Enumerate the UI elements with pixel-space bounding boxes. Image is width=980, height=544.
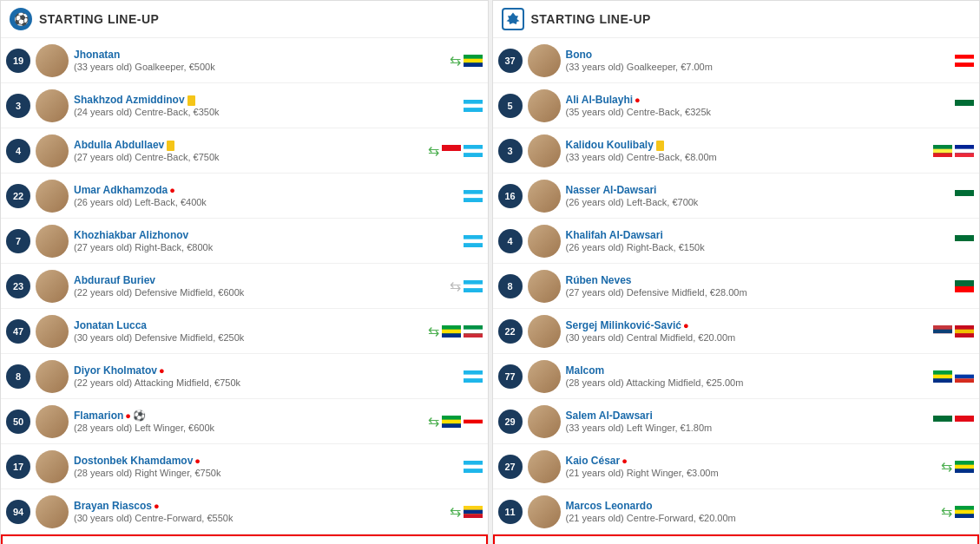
red-marker-icon: ● [154, 501, 160, 511]
svg-rect-13 [464, 198, 483, 202]
player-icons: ⇆ [428, 413, 483, 429]
svg-rect-73 [955, 422, 974, 428]
player-info: Malcom(28 years old) Attacking Midfield,… [566, 364, 934, 388]
player-row: 29Salem Al-Dawsari(33 years old) Left Wi… [493, 399, 980, 444]
svg-rect-12 [464, 193, 483, 198]
player-name[interactable]: Malcom [566, 364, 605, 377]
player-info: Khozhiakbar Alizhonov(27 years old) Righ… [74, 229, 464, 252]
player-name[interactable]: Abdulla Abdullaev [74, 139, 174, 151]
player-icons [933, 325, 974, 338]
player-avatar [528, 405, 561, 438]
player-number: 11 [498, 500, 523, 524]
player-name[interactable]: Nasser Al-Dawsari [566, 184, 657, 196]
player-details: (27 years old) Centre-Back, €750k [74, 152, 428, 162]
player-name[interactable]: Jhonatan [74, 49, 120, 61]
player-position-value: Centre-Back, €8.00m [624, 152, 717, 162]
player-details: (33 years old) Goalkeeper, €500k [74, 62, 450, 72]
svg-rect-68 [955, 374, 974, 378]
player-name[interactable]: Rúben Neves [566, 274, 632, 286]
player-avatar [36, 89, 69, 122]
svg-rect-78 [955, 509, 974, 514]
player-name[interactable]: Diyor Kholmatov● [74, 364, 165, 377]
football-icon: ⚽ [133, 410, 146, 422]
flag-icon-ru [955, 370, 974, 383]
flag-icon-br [442, 416, 461, 428]
player-name[interactable]: Brayan Riascos● [74, 500, 160, 512]
player-row: 16Nasser Al-Dawsari(26 years old) Left-B… [493, 174, 980, 219]
left-team-header: ⚽ STARTING LINE-UP [1, 1, 488, 38]
right-summary-bar: Foreigners: 7 (63.6%) Avg. age: 28.9 Pur… [493, 534, 980, 544]
player-icons [955, 100, 974, 112]
player-avatar [36, 405, 69, 438]
player-position-value: Centre-Back, €325k [624, 107, 711, 117]
player-name[interactable]: Bono [566, 49, 593, 61]
player-number: 29 [498, 410, 523, 434]
flag-icon-rs [933, 325, 952, 338]
player-number: 22 [6, 184, 30, 208]
flag-icon-br [442, 325, 461, 338]
player-name[interactable]: Dostonbek Khamdamov● [74, 455, 201, 467]
player-name[interactable]: Kalidou Koulibaly [566, 139, 664, 151]
player-avatar [528, 180, 561, 213]
player-name[interactable]: Kaio César● [566, 455, 628, 467]
player-avatar [36, 315, 69, 348]
player-info: Nasser Al-Dawsari(26 years old) Left-Bac… [566, 184, 956, 207]
svg-rect-53 [955, 196, 974, 202]
svg-rect-24 [464, 329, 483, 333]
player-name[interactable]: Sergej Milinković-Savić● [566, 319, 689, 331]
yellow-card-icon [187, 95, 195, 106]
substitution-icon: ⇆ [428, 142, 439, 159]
player-name[interactable]: Flamarion●⚽ [74, 410, 146, 422]
flag-icon-pt [955, 280, 974, 292]
player-position-value: Centre-Forward, €20.00m [624, 513, 736, 523]
player-number: 16 [498, 184, 523, 208]
player-name[interactable]: Umar Adkhamzoda● [74, 184, 175, 196]
player-icons: ⇆ [450, 52, 483, 69]
svg-rect-22 [442, 333, 461, 338]
player-info: Abdurauf Buriev(22 years old) Defensive … [74, 274, 450, 298]
red-marker-icon: ● [194, 456, 201, 466]
player-info: Flamarion●⚽(28 years old) Left Winger, €… [74, 410, 428, 433]
player-position-value: Left Winger, €1.80m [624, 423, 713, 433]
player-position-value: Centre-Back, €750k [132, 152, 219, 162]
player-info: Bono(33 years old) Goalkeeper, €7.00m [566, 49, 956, 72]
player-name[interactable]: Ali Al-Bulayhi● [566, 94, 641, 106]
svg-rect-33 [464, 419, 483, 423]
svg-rect-62 [955, 329, 974, 333]
flag-icon-es [955, 325, 974, 338]
player-info: Jonatan Lucca(30 years old) Defensive Mi… [74, 319, 428, 343]
player-name[interactable]: Abdurauf Buriev [74, 274, 155, 286]
player-name[interactable]: Shakhzod Azmiddinov [74, 94, 195, 106]
player-number: 47 [6, 319, 30, 344]
player-name[interactable]: Marcos Leonardo [566, 500, 653, 512]
player-number: 22 [498, 319, 523, 344]
player-row: 3Shakhzod Azmiddinov(24 years old) Centr… [1, 83, 488, 128]
player-name[interactable]: Salem Al-Dawsari [566, 410, 653, 422]
player-info: Umar Adkhamzoda●(26 years old) Left-Back… [74, 184, 464, 207]
player-name[interactable]: Khozhiakbar Alizhonov [74, 229, 188, 241]
player-position-value: Right-Back, €150k [624, 242, 705, 252]
player-position-value: Right Winger, €750k [132, 468, 220, 478]
player-avatar [528, 89, 561, 122]
player-details: (26 years old) Left-Back, €400k [74, 197, 464, 207]
right-team-panel: STARTING LINE-UP 37Bono(33 years old) Go… [492, 0, 981, 544]
player-info: Shakhzod Azmiddinov(24 years old) Centre… [74, 94, 464, 117]
yellow-card-icon [656, 141, 664, 151]
player-number: 8 [498, 274, 523, 298]
player-position-value: Central Midfield, €20.00m [624, 332, 735, 343]
svg-rect-43 [955, 62, 974, 67]
player-number: 4 [6, 139, 30, 163]
svg-rect-30 [442, 419, 461, 423]
player-row: 4Abdulla Abdullaev(27 years old) Centre-… [1, 128, 488, 174]
flag-icon-ca [955, 55, 974, 67]
player-icons [955, 280, 974, 292]
player-info: Salem Al-Dawsari(33 years old) Left Wing… [566, 410, 934, 433]
flag-icon-ge [464, 416, 483, 428]
svg-rect-65 [933, 374, 952, 378]
svg-rect-55 [955, 241, 974, 247]
player-name[interactable]: Jonatan Lucca [74, 319, 147, 331]
player-name[interactable]: Khalifah Al-Dawsari [566, 229, 663, 241]
svg-rect-37 [464, 469, 483, 473]
player-row: 94Brayan Riascos●(30 years old) Centre-F… [1, 489, 488, 534]
player-avatar [36, 180, 69, 213]
